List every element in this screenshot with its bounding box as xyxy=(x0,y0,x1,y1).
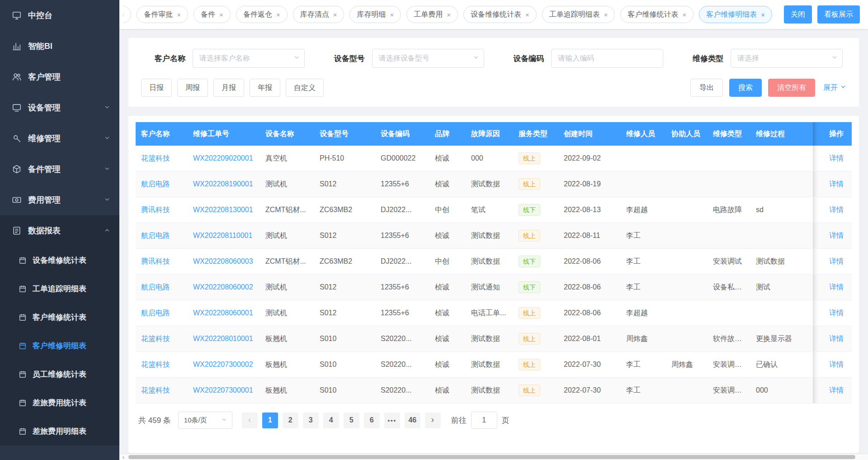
tab-item[interactable]: 备件× xyxy=(193,6,231,23)
detail-link[interactable]: 详情 xyxy=(829,335,844,342)
sidebar-subitem-travel-fee-detail[interactable]: 差旅费用明细表 xyxy=(0,417,119,446)
filter-input-2[interactable] xyxy=(551,49,663,68)
close-button[interactable]: 关闭 xyxy=(784,5,812,24)
tab-close-icon[interactable]: × xyxy=(177,11,181,18)
sidebar-item-bi[interactable]: 智能BI xyxy=(0,31,119,62)
detail-link[interactable]: 详情 xyxy=(829,257,844,265)
customer-link[interactable]: 航启电路 xyxy=(141,309,170,317)
tab-close-icon[interactable]: × xyxy=(219,11,223,18)
expand-toggle[interactable]: 展开 xyxy=(823,83,846,93)
filter-select-input[interactable] xyxy=(199,54,290,62)
detail-link[interactable]: 详情 xyxy=(829,360,844,368)
sidebar-item-customers[interactable]: 客户管理 xyxy=(0,62,119,92)
page-button-3[interactable]: 3 xyxy=(303,413,319,428)
period-button-2[interactable]: 月报 xyxy=(213,79,244,97)
order-no-link[interactable]: WX202208060001 xyxy=(193,309,253,317)
detail-link[interactable]: 详情 xyxy=(829,180,844,188)
sidebar-subitem-workorder-tracking-detail[interactable]: 工单追踪明细表 xyxy=(0,275,119,303)
tab-item[interactable]: 备件返仓× xyxy=(236,6,288,23)
page-button-4[interactable]: 4 xyxy=(323,413,339,428)
filter-select-3[interactable] xyxy=(731,49,843,68)
order-no-link[interactable]: WX202207300001 xyxy=(193,386,253,394)
customer-link[interactable]: 花篮科技 xyxy=(141,154,170,162)
sidebar-item-devices[interactable]: 设备管理 xyxy=(0,92,119,123)
filter-select-input[interactable] xyxy=(379,54,469,62)
period-button-0[interactable]: 日报 xyxy=(141,79,172,97)
tab-close-icon[interactable]: × xyxy=(447,11,451,18)
tab-item[interactable]: 客户维修明细表× xyxy=(699,6,772,23)
customer-link[interactable]: 腾讯科技 xyxy=(141,206,170,213)
sidebar-item-reports[interactable]: 数据报表 xyxy=(0,215,119,246)
next-page-button[interactable] xyxy=(425,413,441,428)
horizontal-scrollbar[interactable]: ‹ xyxy=(119,454,868,460)
order-no-link[interactable]: WX202208060003 xyxy=(193,257,253,265)
filter-text-input[interactable] xyxy=(558,54,648,62)
order-no-link[interactable]: WX202208190001 xyxy=(193,180,253,188)
customer-link[interactable]: 腾讯科技 xyxy=(141,257,170,265)
order-no-link[interactable]: WX202208130001 xyxy=(193,206,253,213)
customer-link[interactable]: 花篮科技 xyxy=(141,386,170,394)
sidebar-item-console[interactable]: 中控台 xyxy=(0,0,119,31)
order-no-link[interactable]: WX202207300002 xyxy=(193,360,253,368)
clear-all-button[interactable]: 清空所有 xyxy=(768,79,815,97)
board-display-button[interactable]: 看板展示 xyxy=(817,5,860,24)
goto-page-input[interactable] xyxy=(471,412,497,429)
export-button[interactable]: 导出 xyxy=(690,79,723,97)
tab-item[interactable]: 设备维修统计表× xyxy=(463,6,537,23)
detail-link[interactable]: 详情 xyxy=(829,386,844,394)
customer-link[interactable]: 花篮科技 xyxy=(141,335,170,342)
page-button-1[interactable]: 1 xyxy=(262,413,278,428)
sidebar-subitem-staff-repair-stats[interactable]: 员工维修统计表 xyxy=(0,360,119,389)
tab-item[interactable]: 仓库× xyxy=(123,6,131,23)
period-button-4[interactable]: 自定义 xyxy=(286,79,324,97)
tab-close-icon[interactable]: × xyxy=(333,11,337,18)
sidebar-subitem-travel-fee-stats[interactable]: 差旅费用统计表 xyxy=(0,389,119,417)
order-no-link[interactable]: WX202208060002 xyxy=(193,283,253,291)
detail-link[interactable]: 详情 xyxy=(829,232,844,239)
tab-close-icon[interactable]: × xyxy=(390,11,394,18)
scrollbar-thumb[interactable] xyxy=(128,455,855,459)
tab-close-icon[interactable]: × xyxy=(525,11,529,18)
period-button-1[interactable]: 周报 xyxy=(177,79,208,97)
sidebar-subitem-device-repair-stats[interactable]: 设备维修统计表 xyxy=(0,246,119,275)
period-button-3[interactable]: 年报 xyxy=(250,79,280,97)
page-button-2[interactable]: 2 xyxy=(283,413,298,428)
filter-select-1[interactable] xyxy=(372,49,484,68)
tab-item[interactable]: 库存清点× xyxy=(293,6,344,23)
filter-select-0[interactable] xyxy=(193,49,305,68)
sidebar-item-repair[interactable]: 维修管理 xyxy=(0,123,119,154)
more-pages-button[interactable]: ••• xyxy=(384,413,400,428)
filter-select-input[interactable] xyxy=(737,54,828,62)
tab-close-icon[interactable]: × xyxy=(604,11,608,18)
prev-page-button[interactable] xyxy=(242,413,258,428)
scroll-left-arrow-icon[interactable]: ‹ xyxy=(119,454,127,460)
detail-link[interactable]: 详情 xyxy=(829,309,844,317)
page-button-5[interactable]: 5 xyxy=(344,413,359,428)
page-size-select[interactable]: 10条/页 xyxy=(178,412,232,429)
detail-link[interactable]: 详情 xyxy=(829,154,844,162)
customer-link[interactable]: 航启电路 xyxy=(141,180,170,188)
customer-link[interactable]: 航启电路 xyxy=(141,232,170,239)
tab-close-icon[interactable]: × xyxy=(761,11,765,18)
customer-link[interactable]: 花篮科技 xyxy=(141,360,170,368)
order-no-link[interactable]: WX202209020001 xyxy=(193,154,253,162)
detail-link[interactable]: 详情 xyxy=(829,206,844,213)
tab-item[interactable]: 备件审批× xyxy=(137,6,188,23)
tab-item[interactable]: 工单费用× xyxy=(406,6,458,23)
search-button[interactable]: 搜索 xyxy=(729,79,762,97)
tab-close-icon[interactable]: × xyxy=(123,11,124,18)
customer-link[interactable]: 航启电路 xyxy=(141,283,170,291)
tab-item[interactable]: 库存明细× xyxy=(349,6,401,23)
page-button-6[interactable]: 6 xyxy=(364,413,380,428)
tab-close-icon[interactable]: × xyxy=(682,11,686,18)
detail-link[interactable]: 详情 xyxy=(829,283,844,291)
sidebar-subitem-customer-repair-detail[interactable]: 客户维修明细表 xyxy=(0,332,119,360)
order-no-link[interactable]: WX202208010001 xyxy=(193,335,253,342)
sidebar-item-fees[interactable]: 费用管理 xyxy=(0,185,119,215)
sidebar-subitem-customer-repair-stats[interactable]: 客户维修统计表 xyxy=(0,303,119,332)
tab-item[interactable]: 客户维修统计表× xyxy=(620,6,693,23)
tab-item[interactable]: 工单追踪明细表× xyxy=(542,6,615,23)
tab-close-icon[interactable]: × xyxy=(276,11,280,18)
sidebar-item-parts[interactable]: 备件管理 xyxy=(0,154,119,185)
order-no-link[interactable]: WX202208110001 xyxy=(193,232,252,239)
